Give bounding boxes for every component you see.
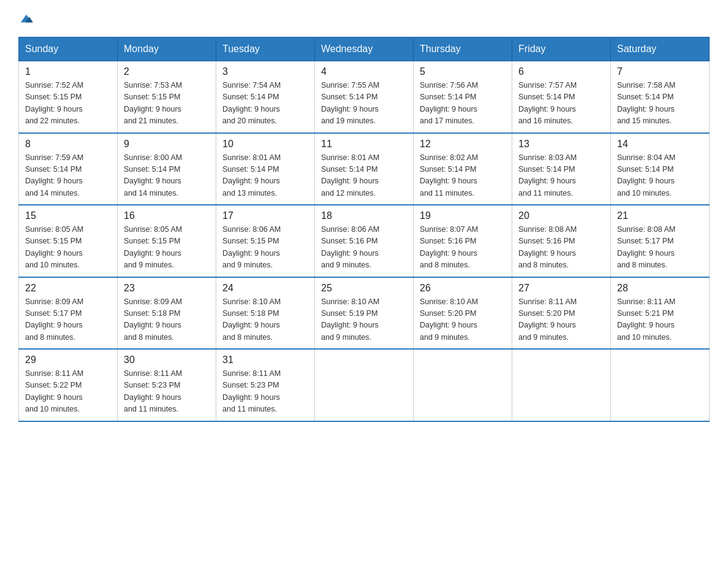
calendar-cell: 17 Sunrise: 8:06 AM Sunset: 5:15 PM Dayl…: [216, 205, 315, 277]
calendar-cell: 18 Sunrise: 8:06 AM Sunset: 5:16 PM Dayl…: [315, 205, 414, 277]
day-info: Sunrise: 8:10 AM Sunset: 5:18 PM Dayligh…: [222, 296, 308, 344]
calendar-week-4: 22 Sunrise: 8:09 AM Sunset: 5:17 PM Dayl…: [19, 277, 710, 350]
day-info: Sunrise: 8:08 AM Sunset: 5:17 PM Dayligh…: [617, 224, 703, 272]
header-wednesday: Wednesday: [315, 37, 414, 61]
day-number: 14: [617, 139, 703, 150]
calendar-week-5: 29 Sunrise: 8:11 AM Sunset: 5:22 PM Dayl…: [19, 349, 710, 421]
calendar-cell: 30 Sunrise: 8:11 AM Sunset: 5:23 PM Dayl…: [118, 349, 216, 421]
day-number: 20: [518, 210, 604, 221]
day-info: Sunrise: 7:54 AM Sunset: 5:14 PM Dayligh…: [222, 80, 308, 128]
day-info: Sunrise: 7:56 AM Sunset: 5:14 PM Dayligh…: [420, 80, 506, 128]
day-info: Sunrise: 8:08 AM Sunset: 5:16 PM Dayligh…: [518, 224, 604, 272]
day-info: Sunrise: 7:52 AM Sunset: 5:15 PM Dayligh…: [25, 80, 111, 128]
day-number: 30: [124, 354, 210, 366]
day-number: 25: [321, 283, 407, 294]
calendar-cell: 11 Sunrise: 8:01 AM Sunset: 5:14 PM Dayl…: [315, 133, 414, 205]
day-info: Sunrise: 8:11 AM Sunset: 5:20 PM Dayligh…: [518, 296, 604, 344]
calendar-cell: 25 Sunrise: 8:10 AM Sunset: 5:19 PM Dayl…: [315, 277, 414, 350]
header-sunday: Sunday: [19, 37, 118, 61]
calendar-week-3: 15 Sunrise: 8:05 AM Sunset: 5:15 PM Dayl…: [19, 205, 710, 277]
day-number: 24: [222, 283, 308, 294]
day-info: Sunrise: 7:55 AM Sunset: 5:14 PM Dayligh…: [321, 80, 407, 128]
day-info: Sunrise: 8:11 AM Sunset: 5:21 PM Dayligh…: [617, 296, 703, 344]
calendar-cell: 24 Sunrise: 8:10 AM Sunset: 5:18 PM Dayl…: [216, 277, 315, 350]
calendar-week-1: 1 Sunrise: 7:52 AM Sunset: 5:15 PM Dayli…: [19, 61, 710, 133]
day-info: Sunrise: 8:07 AM Sunset: 5:16 PM Dayligh…: [420, 224, 506, 272]
day-number: 31: [222, 354, 308, 366]
day-number: 23: [124, 283, 210, 294]
calendar-cell: 1 Sunrise: 7:52 AM Sunset: 5:15 PM Dayli…: [19, 61, 118, 133]
day-info: Sunrise: 8:01 AM Sunset: 5:14 PM Dayligh…: [321, 152, 407, 200]
day-number: 12: [420, 139, 506, 150]
calendar-cell: 10 Sunrise: 8:01 AM Sunset: 5:14 PM Dayl…: [216, 133, 315, 205]
calendar-cell: 12 Sunrise: 8:02 AM Sunset: 5:14 PM Dayl…: [414, 133, 512, 205]
calendar-cell: 21 Sunrise: 8:08 AM Sunset: 5:17 PM Dayl…: [611, 205, 710, 277]
calendar-cell: 8 Sunrise: 7:59 AM Sunset: 5:14 PM Dayli…: [19, 133, 118, 205]
day-number: 28: [617, 283, 703, 294]
calendar-cell: [512, 349, 611, 421]
day-info: Sunrise: 8:11 AM Sunset: 5:22 PM Dayligh…: [25, 368, 111, 416]
header-monday: Monday: [118, 37, 216, 61]
calendar-cell: 4 Sunrise: 7:55 AM Sunset: 5:14 PM Dayli…: [315, 61, 414, 133]
calendar-cell: 9 Sunrise: 8:00 AM Sunset: 5:14 PM Dayli…: [118, 133, 216, 205]
day-info: Sunrise: 8:11 AM Sunset: 5:23 PM Dayligh…: [222, 368, 308, 416]
logo-triangle-icon: [20, 12, 33, 26]
calendar-cell: 2 Sunrise: 7:53 AM Sunset: 5:15 PM Dayli…: [118, 61, 216, 133]
logo[interactable]: [18, 12, 33, 25]
day-info: Sunrise: 8:06 AM Sunset: 5:16 PM Dayligh…: [321, 224, 407, 272]
day-number: 10: [222, 139, 308, 150]
calendar-cell: 27 Sunrise: 8:11 AM Sunset: 5:20 PM Dayl…: [512, 277, 611, 350]
header-saturday: Saturday: [611, 37, 710, 61]
page-header: [18, 12, 710, 25]
day-info: Sunrise: 8:04 AM Sunset: 5:14 PM Dayligh…: [617, 152, 703, 200]
day-info: Sunrise: 7:58 AM Sunset: 5:14 PM Dayligh…: [617, 80, 703, 128]
day-info: Sunrise: 8:03 AM Sunset: 5:14 PM Dayligh…: [518, 152, 604, 200]
day-number: 21: [617, 210, 703, 221]
day-info: Sunrise: 8:10 AM Sunset: 5:20 PM Dayligh…: [420, 296, 506, 344]
calendar-cell: 22 Sunrise: 8:09 AM Sunset: 5:17 PM Dayl…: [19, 277, 118, 350]
day-number: 19: [420, 210, 506, 221]
day-number: 18: [321, 210, 407, 221]
day-number: 3: [222, 66, 308, 77]
day-info: Sunrise: 8:06 AM Sunset: 5:15 PM Dayligh…: [222, 224, 308, 272]
calendar-cell: 5 Sunrise: 7:56 AM Sunset: 5:14 PM Dayli…: [414, 61, 512, 133]
calendar-table: SundayMondayTuesdayWednesdayThursdayFrid…: [18, 37, 710, 422]
calendar-cell: 20 Sunrise: 8:08 AM Sunset: 5:16 PM Dayl…: [512, 205, 611, 277]
day-info: Sunrise: 7:53 AM Sunset: 5:15 PM Dayligh…: [124, 80, 210, 128]
calendar-cell: 15 Sunrise: 8:05 AM Sunset: 5:15 PM Dayl…: [19, 205, 118, 277]
day-number: 11: [321, 139, 407, 150]
calendar-cell: 28 Sunrise: 8:11 AM Sunset: 5:21 PM Dayl…: [611, 277, 710, 350]
calendar-cell: 19 Sunrise: 8:07 AM Sunset: 5:16 PM Dayl…: [414, 205, 512, 277]
day-number: 5: [420, 66, 506, 77]
calendar-cell: [414, 349, 512, 421]
day-number: 26: [420, 283, 506, 294]
calendar-cell: 6 Sunrise: 7:57 AM Sunset: 5:14 PM Dayli…: [512, 61, 611, 133]
day-info: Sunrise: 8:05 AM Sunset: 5:15 PM Dayligh…: [25, 224, 111, 272]
day-number: 16: [124, 210, 210, 221]
day-number: 27: [518, 283, 604, 294]
day-number: 13: [518, 139, 604, 150]
day-info: Sunrise: 8:09 AM Sunset: 5:18 PM Dayligh…: [124, 296, 210, 344]
header-tuesday: Tuesday: [216, 37, 315, 61]
calendar-cell: [611, 349, 710, 421]
day-number: 22: [25, 283, 111, 294]
calendar-cell: 29 Sunrise: 8:11 AM Sunset: 5:22 PM Dayl…: [19, 349, 118, 421]
day-info: Sunrise: 7:57 AM Sunset: 5:14 PM Dayligh…: [518, 80, 604, 128]
calendar-cell: [315, 349, 414, 421]
day-number: 9: [124, 139, 210, 150]
day-number: 15: [25, 210, 111, 221]
day-number: 17: [222, 210, 308, 221]
day-info: Sunrise: 8:02 AM Sunset: 5:14 PM Dayligh…: [420, 152, 506, 200]
day-info: Sunrise: 8:01 AM Sunset: 5:14 PM Dayligh…: [222, 152, 308, 200]
day-info: Sunrise: 8:00 AM Sunset: 5:14 PM Dayligh…: [124, 152, 210, 200]
calendar-header: SundayMondayTuesdayWednesdayThursdayFrid…: [19, 37, 710, 61]
calendar-cell: 31 Sunrise: 8:11 AM Sunset: 5:23 PM Dayl…: [216, 349, 315, 421]
day-number: 1: [25, 66, 111, 77]
header-friday: Friday: [512, 37, 611, 61]
calendar-cell: 26 Sunrise: 8:10 AM Sunset: 5:20 PM Dayl…: [414, 277, 512, 350]
calendar-cell: 13 Sunrise: 8:03 AM Sunset: 5:14 PM Dayl…: [512, 133, 611, 205]
calendar-cell: 14 Sunrise: 8:04 AM Sunset: 5:14 PM Dayl…: [611, 133, 710, 205]
calendar-week-2: 8 Sunrise: 7:59 AM Sunset: 5:14 PM Dayli…: [19, 133, 710, 205]
day-number: 6: [518, 66, 604, 77]
calendar-cell: 3 Sunrise: 7:54 AM Sunset: 5:14 PM Dayli…: [216, 61, 315, 133]
